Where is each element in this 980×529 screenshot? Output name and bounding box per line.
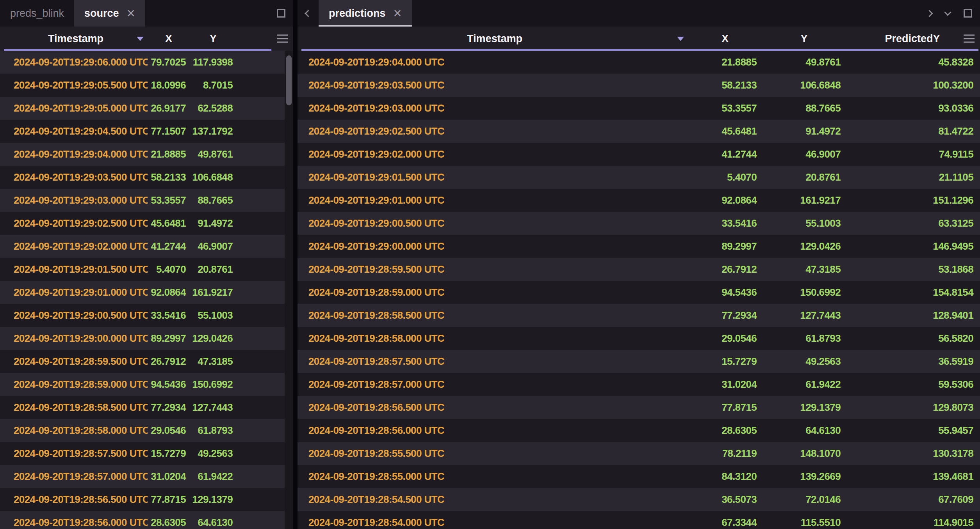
y-cell[interactable]: 64.6130 xyxy=(190,517,237,529)
y-cell[interactable]: 20.8761 xyxy=(190,263,237,275)
y-cell[interactable]: 150.6992 xyxy=(190,378,237,391)
x-cell[interactable]: 84.3120 xyxy=(688,470,762,483)
chevron-right-icon[interactable] xyxy=(926,10,933,17)
predictedy-cell[interactable]: 53.1868 xyxy=(846,263,979,275)
table-row[interactable]: 2024-09-20T19:28:58.500 UTC77.2934127.74… xyxy=(0,396,285,419)
predictedy-cell[interactable]: 36.5919 xyxy=(846,355,979,367)
y-cell[interactable]: 91.4972 xyxy=(762,125,846,137)
timestamp-cell[interactable]: 2024-09-20T19:28:58.500 UTC xyxy=(301,309,688,321)
column-header-timestamp[interactable]: Timestamp xyxy=(301,27,688,51)
y-cell[interactable]: 61.8793 xyxy=(190,424,237,437)
timestamp-cell[interactable]: 2024-09-20T19:29:00.000 UTC xyxy=(4,332,148,344)
table-row[interactable]: 2024-09-20T19:29:04.000 UTC21.888549.876… xyxy=(298,51,980,74)
timestamp-cell[interactable]: 2024-09-20T19:29:00.500 UTC xyxy=(4,309,148,321)
timestamp-cell[interactable]: 2024-09-20T19:28:56.500 UTC xyxy=(4,493,148,506)
timestamp-cell[interactable]: 2024-09-20T19:29:05.000 UTC xyxy=(4,102,148,114)
timestamp-cell[interactable]: 2024-09-20T19:28:56.500 UTC xyxy=(301,401,688,414)
table-row[interactable]: 2024-09-20T19:28:59.000 UTC94.5436150.69… xyxy=(0,373,285,396)
y-cell[interactable]: 129.1379 xyxy=(762,401,846,414)
predictedy-cell[interactable]: 154.8154 xyxy=(846,286,979,298)
timestamp-cell[interactable]: 2024-09-20T19:28:59.500 UTC xyxy=(301,263,688,275)
timestamp-cell[interactable]: 2024-09-20T19:28:58.000 UTC xyxy=(301,332,688,344)
predictedy-cell[interactable]: 45.8328 xyxy=(846,56,979,68)
timestamp-cell[interactable]: 2024-09-20T19:29:02.500 UTC xyxy=(4,217,148,229)
predictedy-cell[interactable]: 56.5820 xyxy=(846,332,979,344)
table-row[interactable]: 2024-09-20T19:29:02.000 UTC41.274446.900… xyxy=(0,235,285,258)
table-row[interactable]: 2024-09-20T19:29:03.000 UTC53.355788.766… xyxy=(0,189,285,212)
table-row[interactable]: 2024-09-20T19:29:00.000 UTC89.2997129.04… xyxy=(298,235,980,258)
table-row[interactable]: 2024-09-20T19:29:00.500 UTC33.541655.100… xyxy=(298,212,980,235)
y-cell[interactable]: 106.6848 xyxy=(762,79,846,91)
table-row[interactable]: 2024-09-20T19:29:02.500 UTC45.648191.497… xyxy=(298,120,980,143)
tab-predictions[interactable]: predictions × xyxy=(319,0,412,27)
timestamp-cell[interactable]: 2024-09-20T19:28:59.000 UTC xyxy=(301,286,688,298)
y-cell[interactable]: 161.9217 xyxy=(190,286,237,298)
x-cell[interactable]: 77.8715 xyxy=(688,401,762,414)
y-cell[interactable]: 8.7015 xyxy=(190,79,237,91)
x-cell[interactable]: 36.5073 xyxy=(688,493,762,506)
y-cell[interactable]: 161.9217 xyxy=(762,194,846,206)
y-cell[interactable]: 148.1070 xyxy=(762,447,846,460)
timestamp-cell[interactable]: 2024-09-20T19:29:00.500 UTC xyxy=(301,217,688,229)
chevron-down-icon[interactable] xyxy=(944,9,951,16)
x-cell[interactable]: 15.7279 xyxy=(688,355,762,367)
y-cell[interactable]: 139.2669 xyxy=(762,470,846,483)
predictedy-cell[interactable]: 93.0336 xyxy=(846,102,979,114)
y-cell[interactable]: 127.7443 xyxy=(190,401,237,414)
timestamp-cell[interactable]: 2024-09-20T19:29:03.000 UTC xyxy=(301,102,688,114)
table-row[interactable]: 2024-09-20T19:28:55.000 UTC84.3120139.26… xyxy=(298,465,980,488)
timestamp-cell[interactable]: 2024-09-20T19:29:00.000 UTC xyxy=(301,240,688,252)
table-row[interactable]: 2024-09-20T19:28:58.000 UTC29.054661.879… xyxy=(0,419,285,442)
table-row[interactable]: 2024-09-20T19:28:59.500 UTC26.791247.318… xyxy=(0,350,285,373)
column-header-timestamp[interactable]: Timestamp xyxy=(4,27,148,51)
column-header-y[interactable]: Y xyxy=(762,27,846,51)
x-cell[interactable]: 28.6305 xyxy=(148,517,190,529)
column-header-y[interactable]: Y xyxy=(190,27,237,51)
table-row[interactable]: 2024-09-20T19:28:57.500 UTC15.727949.256… xyxy=(0,442,285,465)
y-cell[interactable]: 46.9007 xyxy=(762,148,846,160)
timestamp-cell[interactable]: 2024-09-20T19:29:04.000 UTC xyxy=(4,148,148,160)
table-row[interactable]: 2024-09-20T19:28:59.000 UTC94.5436150.69… xyxy=(298,281,980,304)
x-cell[interactable]: 89.2997 xyxy=(148,332,190,344)
table-row[interactable]: 2024-09-20T19:29:02.000 UTC41.274446.900… xyxy=(298,143,980,166)
timestamp-cell[interactable]: 2024-09-20T19:29:02.500 UTC xyxy=(301,125,688,137)
tab-preds-blink[interactable]: preds_blink xyxy=(0,0,74,27)
y-cell[interactable]: 47.3185 xyxy=(762,263,846,275)
scrollbar-thumb[interactable] xyxy=(286,55,292,105)
y-cell[interactable]: 49.2563 xyxy=(190,447,237,460)
table-row[interactable]: 2024-09-20T19:29:05.500 UTC18.09968.7015 xyxy=(0,74,285,97)
timestamp-cell[interactable]: 2024-09-20T19:28:55.500 UTC xyxy=(301,447,688,460)
predictedy-cell[interactable]: 100.3200 xyxy=(846,79,979,91)
sort-caret-icon[interactable] xyxy=(677,37,684,41)
timestamp-cell[interactable]: 2024-09-20T19:29:01.500 UTC xyxy=(301,171,688,183)
table-menu-icon[interactable] xyxy=(964,35,975,43)
y-cell[interactable]: 64.6130 xyxy=(762,424,846,437)
x-cell[interactable]: 89.2997 xyxy=(688,240,762,252)
predictedy-cell[interactable]: 63.3125 xyxy=(846,217,979,229)
x-cell[interactable]: 31.0204 xyxy=(148,470,190,483)
table-row[interactable]: 2024-09-20T19:28:54.500 UTC36.507372.014… xyxy=(298,488,980,511)
x-cell[interactable]: 92.0864 xyxy=(148,286,190,298)
table-row[interactable]: 2024-09-20T19:28:57.000 UTC31.020461.942… xyxy=(298,373,980,396)
table-row[interactable]: 2024-09-20T19:29:06.000 UTC79.7025117.93… xyxy=(0,51,285,74)
y-cell[interactable]: 49.8761 xyxy=(762,56,846,68)
predictedy-cell[interactable]: 139.4681 xyxy=(846,470,979,483)
timestamp-cell[interactable]: 2024-09-20T19:28:56.000 UTC xyxy=(301,424,688,437)
column-header-predictedy[interactable]: PredictedY xyxy=(846,27,979,51)
x-cell[interactable]: 21.8885 xyxy=(688,56,762,68)
x-cell[interactable]: 5.4070 xyxy=(148,263,190,275)
predictedy-cell[interactable]: 146.9495 xyxy=(846,240,979,252)
y-cell[interactable]: 129.0426 xyxy=(190,332,237,344)
y-cell[interactable]: 61.8793 xyxy=(762,332,846,344)
x-cell[interactable]: 33.5416 xyxy=(688,217,762,229)
table-row[interactable]: 2024-09-20T19:28:56.500 UTC77.8715129.13… xyxy=(0,488,285,511)
table-row[interactable]: 2024-09-20T19:29:03.500 UTC58.2133106.68… xyxy=(298,74,980,97)
table-row[interactable]: 2024-09-20T19:28:56.500 UTC77.8715129.13… xyxy=(298,396,980,419)
timestamp-cell[interactable]: 2024-09-20T19:29:02.000 UTC xyxy=(4,240,148,252)
y-cell[interactable]: 127.7443 xyxy=(762,309,846,321)
x-cell[interactable]: 58.2133 xyxy=(688,79,762,91)
y-cell[interactable]: 62.5288 xyxy=(190,102,237,114)
y-cell[interactable]: 115.5510 xyxy=(762,517,846,529)
table-row[interactable]: 2024-09-20T19:29:00.000 UTC89.2997129.04… xyxy=(0,327,285,350)
table-row[interactable]: 2024-09-20T19:28:56.000 UTC28.630564.613… xyxy=(298,419,980,442)
